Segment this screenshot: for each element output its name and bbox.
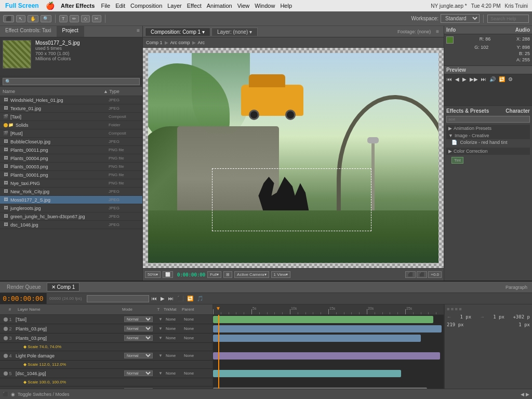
viewer-menu-btn[interactable]: ≡ [433,28,442,35]
color-correction-header[interactable]: ▶ Color Correction [446,148,530,155]
menu-file[interactable]: File [101,3,110,9]
file-item[interactable]: 🖼Plants_00011.pngPNG file [0,146,142,154]
file-item[interactable]: 🖼Windshield_Holes_01.jpgJPEG [0,96,142,104]
layer-row[interactable]: 2 Plants_03.png] Normal ▼ None None [0,324,212,334]
preview-loop-btn[interactable]: 🔁 [498,76,506,83]
layer-row[interactable]: 4 Light Pole damage Normal ▼ None None [0,351,212,361]
viewer-area[interactable] [143,48,444,268]
menu-layer[interactable]: Layer [167,3,182,9]
preview-audio-btn[interactable]: 🔊 [488,76,497,83]
layer-eye[interactable] [4,336,8,340]
fullscreen-label[interactable]: Full Screen [2,1,42,10]
viewer-fit-btn[interactable]: ⬜ [163,271,173,278]
menu-effect[interactable]: Effect [187,3,202,9]
layer-mode-select[interactable]: Normal [124,353,153,358]
file-item[interactable]: 🖼Plants_00001.pngPNG file [0,171,142,179]
file-item[interactable]: 🖼Plants_00003.pngPNG file [0,163,142,171]
tl-btn-6[interactable]: 🎵 [196,296,204,301]
preview-last-btn[interactable]: ⏭ [480,76,487,83]
file-item[interactable]: 🖼jungleroots.jpgJPEG [0,204,142,212]
layer-mode-select[interactable]: Normal [124,335,153,341]
toggle-switches-label[interactable]: Toggle Switches / Modes [18,392,70,397]
breadcrumb-arc[interactable]: Arc [198,40,205,45]
tab-project[interactable]: Project [57,26,84,37]
file-item[interactable]: 🎬[Taxi]Composit [0,113,142,121]
layer-row[interactable]: 3 Plants_03.png] Normal ▼ None None [0,334,212,343]
file-item[interactable]: 🖼New_York_City.jpgJPEG [0,188,142,196]
timeline-bar[interactable] [213,316,433,323]
menu-window[interactable]: Window [255,3,275,9]
tl-btn-2[interactable]: ▶ [159,296,166,301]
toolbar-btn-1[interactable]: ⬛ [3,15,14,22]
layer-mode-select[interactable]: Normal [124,316,153,322]
timeline-bar[interactable] [213,388,427,389]
comp-tab-layer[interactable]: Layer: (none) ▾ [211,28,258,36]
file-item[interactable]: 🖼green_jungle_hc_buen-d3cpn67.jpgJPEG [0,212,142,221]
file-item[interactable]: 🖼dsc_1046.jpgJPEG [0,221,142,229]
layer-mode-select[interactable]: Normal [124,370,153,376]
tab-effect-controls[interactable]: Effect Controls: Taxi [0,26,57,37]
toolbar-btn-2[interactable]: ↖ [16,15,25,22]
preview-settings-btn[interactable]: ⚙ [507,76,514,83]
breadcrumb-comp1[interactable]: Comp 1 [146,40,163,45]
layer-eye[interactable] [4,317,8,322]
preview-first-btn[interactable]: ⏮ [446,76,453,83]
viewer-zoom-btn[interactable]: 50%▾ [145,271,161,278]
file-item[interactable]: 📁SolidsFolder [0,121,142,129]
colorize-item[interactable]: 📄 Colorize - red hand tint [446,139,530,145]
layer-row[interactable]: 5 [dsc_1046.jpg] Normal ▼ None None [0,369,212,378]
menu-edit[interactable]: Edit [115,3,125,9]
layer-eye[interactable] [4,354,8,358]
tl-btn-5[interactable]: 🔁 [186,296,194,301]
preview-play-btn[interactable]: ▶ [461,76,468,83]
animation-presets-header[interactable]: ▶ Animation Presets [446,125,530,132]
toolbar-btn-3[interactable]: ✋ [28,15,38,22]
timeline-bar[interactable] [213,335,421,342]
viewer-quality-btn[interactable]: Full▾ [207,271,221,278]
keyframe-area[interactable]: 5s10s15s20s25s30s [213,304,444,389]
effects-search-input[interactable] [446,116,530,123]
panel-menu-btn[interactable]: ≡ [134,26,142,37]
viewer-btn-r3[interactable]: +0.0 [428,271,442,278]
timeline-bar[interactable] [213,352,440,360]
tl-btn-4[interactable]: ⬛ [176,296,184,301]
breadcrumb-arccomp[interactable]: Arc comp [170,40,190,45]
comp-tab-composition[interactable]: Composition: Comp 1 ▾ [145,28,210,36]
tl-bottom-btn-3[interactable]: ◀ [521,392,524,397]
menu-animation[interactable]: Animation [207,3,232,9]
viewer-btn-r1[interactable]: ⬛ [405,271,416,278]
timeline-search-input[interactable] [87,295,149,302]
viewer-camera-btn[interactable]: Active Camera▾ [234,271,269,278]
image-creative-header[interactable]: ▼ Image - Creative [446,132,530,139]
tl-btn-1[interactable]: ⏮ [151,296,158,301]
menu-help[interactable]: Help [280,3,292,9]
layer-eye[interactable] [4,371,8,376]
menu-view[interactable]: View [237,3,250,9]
tl-bottom-btn-4[interactable]: ▶ [526,392,529,397]
tab-comp1[interactable]: ✕ Comp 1 [47,283,80,291]
file-item[interactable]: 🖼BubbleCloseUp.jpgJPEG [0,138,142,146]
toolbar-btn-4[interactable]: 🔍 [41,15,51,22]
viewer-btn-r2[interactable]: ⬛ [417,271,427,278]
search-help-input[interactable] [487,15,529,23]
menu-composition[interactable]: Composition [130,3,162,9]
timeline-time-display[interactable]: 0:00:00:00 [0,293,47,304]
toolbar-btn-7[interactable]: ◇ [81,15,90,22]
viewer-grid-btn[interactable]: ⊞ [223,271,232,278]
toolbar-btn-6[interactable]: ✏ [70,15,79,22]
timeline-bar[interactable] [213,325,442,332]
tl-btn-3[interactable]: ⏭ [167,296,175,301]
tl-bottom-btn-2[interactable]: ◉ [11,392,15,397]
file-item[interactable]: 🖼Plants_00004.pngPNG file [0,154,142,163]
project-search-input[interactable] [3,78,140,85]
layer-eye[interactable] [4,327,8,331]
timeline-bar[interactable] [213,370,401,377]
preview-next-btn[interactable]: ▶▶ [469,76,479,83]
layer-row[interactable]: 1 [Taxi] Normal ▼ None None [0,315,212,324]
workspace-dropdown[interactable]: Standard Minimal All Panels [441,14,480,23]
tab-render-queue[interactable]: Render Queue [2,283,46,291]
file-item[interactable]: 🖼Texture_01.jpgJPEG [0,104,142,113]
toolbar-btn-8[interactable]: ✂ [92,15,101,22]
file-item[interactable]: 🖼Nye_taxi.PNGPNG file [0,179,142,188]
viewer-view-btn[interactable]: 1 View▾ [271,271,291,278]
